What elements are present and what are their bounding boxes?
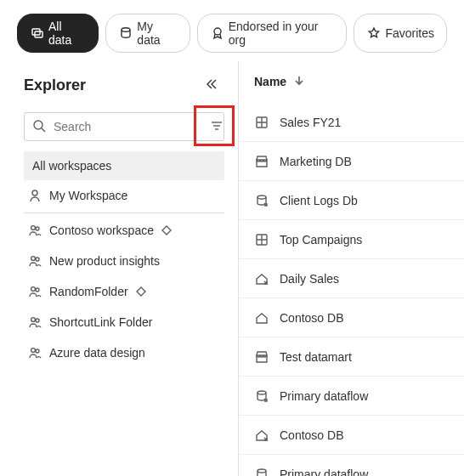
column-label: Name (254, 75, 286, 88)
filter-label: My data (137, 20, 177, 47)
store-icon (254, 349, 269, 365)
workspace-label: ShortcutLink Folder (49, 315, 152, 329)
list-item[interactable]: Contoso DB (239, 416, 464, 455)
workspace-item[interactable]: Azure data design (24, 337, 224, 368)
search-input-wrapper[interactable] (24, 112, 224, 141)
workspace-item[interactable]: ShortcutLink Folder (24, 307, 224, 337)
item-label: Primary dataflow (280, 468, 368, 477)
diamond-icon (161, 224, 173, 236)
list-item[interactable]: Primary dataflow (239, 377, 464, 416)
workspace-item[interactable]: My Workspace (24, 180, 224, 211)
item-label: Contoso DB (280, 428, 343, 442)
people-icon (27, 284, 42, 299)
item-label: Daily Sales (280, 272, 339, 286)
stack-icon (30, 26, 43, 40)
list-item[interactable]: Primary dataflow (239, 455, 464, 476)
filter-favorites[interactable]: Favorites (354, 14, 447, 53)
person-icon (27, 188, 42, 203)
filter-endorsed[interactable]: Endorsed in your org (197, 14, 348, 53)
workspace-item[interactable]: New product insights (24, 246, 224, 276)
workspace-label: RandomFolder (49, 285, 128, 298)
list-item[interactable]: Top Campaigns (239, 220, 464, 259)
list-item[interactable]: Test datamart (239, 337, 464, 377)
store-icon (254, 154, 269, 169)
diamond-icon (135, 286, 147, 298)
item-label: Sales FY21 (280, 116, 341, 129)
all-workspaces-item[interactable]: All workspaces (24, 151, 224, 180)
db-arrow-icon (254, 193, 269, 208)
star-icon (366, 26, 380, 40)
workspace-label: New product insights (49, 254, 160, 268)
workspace-label: Azure data design (49, 346, 145, 360)
grid-icon (254, 232, 269, 247)
people-icon (27, 253, 42, 269)
cylinder-icon (118, 26, 132, 40)
people-icon (27, 223, 42, 238)
explorer-panel: Explorer All workspaces My WorkspaceCont… (0, 61, 238, 476)
explorer-title: Explorer (24, 76, 86, 94)
db-arrow-icon (254, 388, 269, 404)
list-item[interactable]: Daily Sales (239, 259, 464, 298)
grid-icon (254, 115, 269, 130)
ribbon-icon (210, 26, 224, 40)
workspace-item[interactable]: RandomFolder (24, 276, 224, 307)
filter-bar: All data My data Endorsed in your org Fa… (0, 0, 464, 61)
item-label: Primary dataflow (280, 389, 368, 403)
item-label: Marketing DB (280, 155, 352, 168)
sort-arrow-down-icon (291, 73, 303, 89)
filter-my-data[interactable]: My data (105, 14, 190, 53)
house-icon (254, 310, 269, 326)
house-arrow-icon (254, 428, 269, 443)
filter-icon[interactable] (209, 118, 224, 136)
list-item[interactable]: Contoso DB (239, 298, 464, 337)
item-label: Test datamart (280, 350, 352, 364)
people-icon (27, 314, 42, 330)
item-label: Top Campaigns (280, 233, 362, 246)
workspace-item[interactable]: Contoso workspace (24, 215, 224, 246)
name-column-header[interactable]: Name (239, 61, 464, 103)
workspace-label: Contoso workspace (49, 224, 154, 237)
workspace-label: My Workspace (49, 189, 127, 202)
filter-label: Favorites (385, 26, 434, 40)
filter-label: Endorsed in your org (229, 20, 335, 47)
list-item[interactable]: Client Logs Db (239, 181, 464, 220)
item-label: Contoso DB (280, 311, 343, 325)
db-icon (254, 467, 269, 477)
filter-all-data[interactable]: All data (17, 14, 99, 53)
collapse-explorer-button[interactable] (197, 71, 224, 99)
search-input[interactable] (52, 119, 204, 134)
people-icon (27, 345, 42, 360)
chevrons-left-icon (203, 76, 218, 94)
filter-label: All data (48, 20, 86, 47)
item-label: Client Logs Db (280, 194, 358, 207)
search-icon (31, 118, 47, 136)
list-item[interactable]: Sales FY21 (239, 103, 464, 142)
all-workspaces-label: All workspaces (32, 159, 111, 173)
list-item[interactable]: Marketing DB (239, 142, 464, 181)
house-arrow-icon (254, 271, 269, 286)
results-list: Name Sales FY21Marketing DBClient Logs D… (238, 61, 464, 476)
